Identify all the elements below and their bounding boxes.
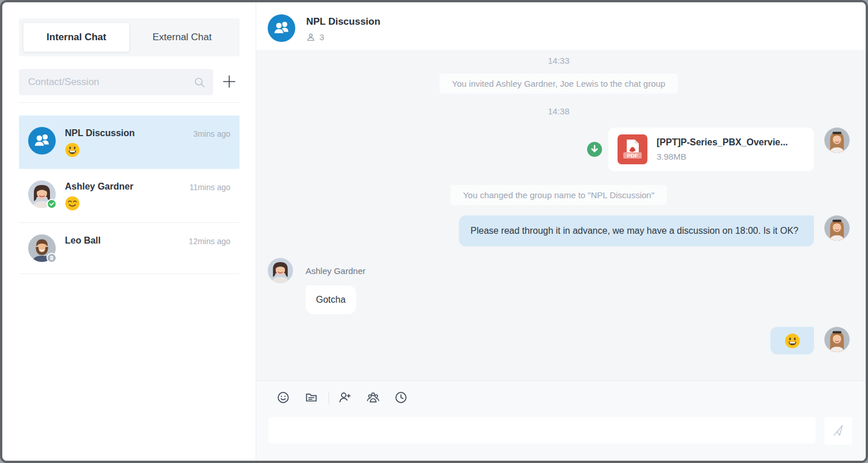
outgoing-message-row: Please read through it in advance, we ma… [268, 215, 850, 246]
folder-icon [304, 391, 318, 406]
sidebar-divider [19, 102, 240, 103]
chat-history-button[interactable] [388, 385, 414, 411]
chat-time: 3mins ago [193, 129, 230, 138]
conversation-panel: NPL Discussion 3 14:33You invited Ashley… [256, 2, 866, 461]
svg-text:PDF: PDF [627, 152, 638, 159]
avatar [28, 234, 56, 262]
chat-time: 12mins ago [189, 237, 230, 246]
outgoing-message-bubble: Please read through it in advance, we ma… [459, 215, 814, 246]
download-file-button[interactable] [587, 141, 603, 157]
avatar [268, 258, 293, 283]
chat-time: 11mins ago [190, 183, 230, 192]
chat-type-tabs: Internal Chat External Chat [19, 18, 240, 56]
system-message-row: You invited Ashley Gardner, Joe Lewis to… [268, 74, 850, 94]
download-icon [587, 141, 603, 157]
search-box[interactable] [19, 69, 213, 95]
person-add-icon [338, 391, 352, 406]
system-message: You invited Ashley Gardner, Joe Lewis to… [439, 74, 678, 94]
chat-name: Leo Ball [65, 234, 184, 247]
custom-status-badge [47, 253, 57, 263]
search-icon [194, 77, 205, 88]
search-input[interactable] [27, 76, 194, 88]
people-icon [366, 391, 380, 406]
chat-name: NPL Discussion [65, 127, 188, 140]
member-count: 3 [319, 32, 324, 42]
sender-name: Ashley Gardner [306, 266, 365, 276]
avatar [824, 327, 850, 352]
emoji-grinning-icon [785, 333, 800, 349]
conversation-header: NPL Discussion 3 [256, 2, 866, 50]
composer-area [256, 380, 866, 461]
incoming-message-bubble: Gotcha [306, 285, 356, 314]
send-button[interactable] [824, 417, 852, 445]
message-list: 14:33You invited Ashley Gardner, Joe Lew… [256, 50, 866, 380]
chat-list-item[interactable]: Ashley Gardner11mins ago [19, 169, 240, 223]
chat-list: NPL Discussion3mins agoAshley Gardner11m… [19, 115, 240, 274]
timestamp-label: 14:33 [268, 56, 850, 65]
timestamp-label: 14:38 [268, 106, 850, 116]
tab-internal-chat[interactable]: Internal Chat [24, 23, 129, 52]
members-icon [306, 33, 319, 42]
file-message-card[interactable]: PDF[PPT]P-Series_PBX_Overvie...3.98MB [608, 128, 814, 171]
chat-name: Ashley Gardner [65, 180, 185, 193]
online-status-badge [47, 199, 57, 209]
chat-list-item[interactable]: NPL Discussion3mins ago [19, 115, 240, 169]
new-chat-button[interactable] [219, 72, 240, 92]
pdf-file-icon: PDF [618, 134, 647, 164]
chat-list-item[interactable]: Leo Ball12mins ago [19, 223, 240, 274]
emoji-smiling-icon [65, 196, 185, 211]
emoji-grinning-icon [65, 142, 188, 157]
composer-row [256, 415, 866, 461]
sidebar: Internal Chat External Chat NPL Discussi… [2, 2, 256, 461]
file-size: 3.98MB [657, 152, 805, 161]
group-avatar [28, 127, 56, 155]
tab-external-chat[interactable]: External Chat [129, 23, 235, 52]
system-message: You changed the group name to "NPL Discu… [450, 185, 667, 205]
chat-app-window: Internal Chat External Chat NPL Discussi… [0, 0, 868, 463]
composer-toolbar [256, 381, 866, 415]
smiley-icon [276, 391, 290, 406]
avatar [28, 180, 56, 208]
emoji-message-row [268, 327, 850, 354]
member-count-row: 3 [306, 32, 380, 42]
clock-icon [394, 391, 408, 406]
conversation-title: NPL Discussion [306, 16, 380, 28]
group-avatar [268, 14, 295, 42]
emoji-picker-button[interactable] [270, 385, 296, 411]
incoming-message-block: Ashley GardnerGotcha [268, 258, 850, 314]
send-file-button[interactable] [298, 385, 325, 411]
avatar [824, 128, 850, 153]
system-message-row: You changed the group name to "NPL Discu… [268, 185, 850, 205]
emoji-message-bubble [770, 327, 814, 354]
search-row [19, 69, 240, 95]
plus-icon [221, 74, 237, 91]
file-name: [PPT]P-Series_PBX_Overvie... [657, 137, 805, 148]
send-icon [831, 423, 846, 439]
toolbar-divider [329, 392, 329, 404]
group-members-button[interactable] [360, 385, 386, 411]
file-message-row: PDF[PPT]P-Series_PBX_Overvie...3.98MB [268, 128, 850, 171]
message-input[interactable] [268, 417, 816, 443]
add-member-button[interactable] [331, 385, 358, 411]
avatar [824, 215, 850, 241]
